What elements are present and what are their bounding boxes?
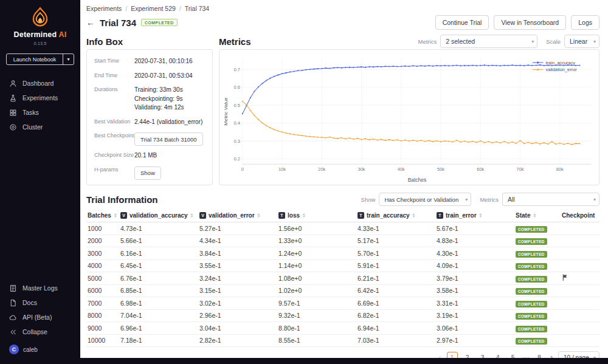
table-cell: 8.80e-1 bbox=[278, 325, 358, 332]
sidebar-item-master-logs[interactable]: Master Logs bbox=[0, 281, 80, 295]
trial-table: Batches▴▾Vvalidation_accuracy▴▾Vvalidati… bbox=[86, 209, 599, 347]
document-icon bbox=[9, 299, 17, 307]
svg-text:80k: 80k bbox=[556, 167, 564, 172]
breadcrumb-separator: / bbox=[125, 5, 127, 12]
page-3-button[interactable]: 3 bbox=[477, 352, 488, 358]
column-validation-accuracy[interactable]: Vvalidation_accuracy▴▾ bbox=[120, 212, 199, 219]
breadcrumb-experiment-529[interactable]: Experiment 529 bbox=[131, 5, 176, 12]
table-cell: 5.66e-1 bbox=[120, 237, 199, 244]
page-4-button[interactable]: 4 bbox=[492, 352, 503, 358]
launch-notebook-button[interactable]: Launch Notebook bbox=[7, 54, 63, 64]
metrics-select[interactable]: 2 selected▾ bbox=[440, 35, 537, 48]
column-train-error[interactable]: Ttrain_error▴▾ bbox=[437, 212, 516, 219]
sidebar-item-label: Experiments bbox=[22, 94, 58, 101]
sidebar-item-dashboard[interactable]: Dashboard bbox=[0, 76, 80, 91]
page-1-button[interactable]: 1 bbox=[447, 352, 458, 358]
table-cell: 9000 bbox=[88, 325, 120, 332]
table-cell: 4.83e-1 bbox=[437, 237, 516, 244]
best-checkpoint-button[interactable]: Trial 734 Batch 31000 bbox=[134, 132, 203, 146]
checkpoint-flag-icon[interactable] bbox=[562, 275, 568, 282]
sidebar: Determined AI 0.13.5 Launch Notebook ▾ D… bbox=[0, 0, 80, 364]
determined-logo-icon bbox=[0, 0, 80, 29]
sidebar-item-tasks[interactable]: Tasks bbox=[0, 105, 80, 120]
sidebar-item-docs[interactable]: Docs bbox=[0, 295, 80, 310]
logs-button[interactable]: Logs bbox=[571, 15, 599, 30]
continue-trial-button[interactable]: Continue Trial bbox=[435, 15, 489, 30]
user-menu[interactable]: C caleb bbox=[0, 339, 80, 364]
svg-text:60k: 60k bbox=[477, 167, 484, 172]
table-cell: 4.33e-1 bbox=[358, 225, 437, 232]
chevron-down-icon: ▾ bbox=[593, 197, 596, 202]
page-5-button[interactable]: 5 bbox=[508, 352, 519, 358]
table-cell: 6.69e-1 bbox=[358, 300, 437, 307]
sort-icon: ▴▾ bbox=[303, 213, 305, 218]
h-params-button[interactable]: Show bbox=[134, 167, 161, 180]
table-cell: 1.24e+0 bbox=[278, 250, 358, 257]
svg-text:10k: 10k bbox=[278, 167, 286, 172]
sidebar-nav-top: DashboardExperimentsTasksCluster bbox=[0, 76, 80, 134]
info-box-heading: Info Box bbox=[86, 36, 123, 47]
table-header-row: Batches▴▾Vvalidation_accuracy▴▾Vvalidati… bbox=[86, 209, 599, 222]
launch-notebook-dropdown[interactable]: ▾ bbox=[63, 54, 74, 64]
info-field-start-time: Start Time2020-07-31, 00:10:16 bbox=[94, 57, 205, 66]
sidebar-item-experiments[interactable]: Experiments bbox=[0, 91, 80, 105]
show-filter-select[interactable]: Has Checkpoint or Validation▾ bbox=[379, 193, 471, 206]
sort-icon: ▴▾ bbox=[191, 213, 193, 218]
svg-text:20k: 20k bbox=[318, 167, 325, 172]
sidebar-item-label: Dashboard bbox=[22, 80, 54, 87]
info-field-value: 20.1 MB bbox=[134, 151, 205, 160]
sidebar-item-api-beta[interactable]: API (Beta) bbox=[0, 310, 80, 325]
page-2-button[interactable]: 2 bbox=[462, 352, 473, 358]
next-page-button[interactable]: › bbox=[549, 353, 554, 358]
scale-select[interactable]: Linear▾ bbox=[564, 35, 599, 48]
table-cell: 5.91e-1 bbox=[358, 262, 437, 269]
view-in-tensorboard-button[interactable]: View in Tensorboard bbox=[494, 15, 566, 30]
sidebar-item-collapse[interactable]: Collapse bbox=[0, 325, 80, 339]
table-cell: 5.27e-1 bbox=[199, 225, 278, 232]
header-actions: Continue TrialView in TensorboardLogs bbox=[435, 15, 599, 30]
status-badge: COMPLETED bbox=[516, 313, 547, 320]
svg-text:train_accuracy: train_accuracy bbox=[546, 60, 576, 65]
breadcrumb-experiments[interactable]: Experiments bbox=[86, 5, 122, 12]
brand-name: Determined AI bbox=[0, 30, 80, 39]
info-field-value: Training: 33m 30sCheckpointing: 9sValida… bbox=[134, 86, 205, 112]
info-field-label: Best Validation bbox=[94, 118, 134, 127]
table-cell: 6.82e-1 bbox=[358, 312, 437, 319]
chevron-down-icon: ▾ bbox=[531, 39, 534, 44]
info-field-value: 2020-07-31, 00:53:04 bbox=[134, 72, 205, 81]
table-cell: 3000 bbox=[88, 250, 120, 257]
scale-select-label: Scale bbox=[546, 38, 561, 45]
info-field-best-checkpoint: Best CheckpointTrial 734 Batch 31000 bbox=[94, 132, 205, 146]
table-cell: 7000 bbox=[88, 300, 120, 307]
prev-page-button[interactable]: ‹ bbox=[438, 353, 443, 358]
sidebar-item-cluster[interactable]: Cluster bbox=[0, 120, 80, 134]
info-field-end-time: End Time2020-07-31, 00:53:04 bbox=[94, 72, 205, 81]
table-cell: 1.56e+0 bbox=[278, 225, 358, 232]
svg-text:0.2: 0.2 bbox=[233, 156, 240, 162]
table-cell: 6000 bbox=[88, 287, 120, 294]
metrics-heading: Metrics bbox=[219, 36, 251, 47]
svg-text:50k: 50k bbox=[437, 167, 444, 172]
sidebar-item-label: Master Logs bbox=[22, 284, 58, 292]
column-validation-error[interactable]: Vvalidation_error▴▾ bbox=[199, 212, 278, 219]
column-state[interactable]: State▴▾ bbox=[516, 212, 562, 219]
back-button[interactable]: ← bbox=[86, 18, 95, 27]
chevron-down-icon: ▾ bbox=[465, 197, 468, 202]
breadcrumb-trial-734[interactable]: Trial 734 bbox=[185, 5, 209, 12]
page-size-select[interactable]: 10 / page▾ bbox=[558, 351, 599, 358]
column-loss[interactable]: Tloss▴▾ bbox=[278, 212, 358, 219]
svg-text:70k: 70k bbox=[517, 167, 524, 172]
pagination: ‹12345•••8›10 / page▾ bbox=[86, 351, 599, 358]
page-8-button[interactable]: 8 bbox=[534, 352, 545, 358]
column-train-accuracy[interactable]: Ttrain_accuracy▴▾ bbox=[358, 212, 437, 219]
column-batches[interactable]: Batches▴▾ bbox=[88, 212, 120, 219]
table-metrics-select[interactable]: All▾ bbox=[502, 193, 599, 206]
info-field-label: Checkpoint Size bbox=[94, 151, 134, 160]
page-title: Trial 734 bbox=[100, 18, 136, 28]
status-badge: COMPLETED bbox=[516, 288, 547, 295]
tasks-grid-icon bbox=[9, 109, 17, 117]
info-field-value: Show bbox=[134, 166, 205, 180]
svg-text:30k: 30k bbox=[358, 167, 365, 172]
table-cell: 5000 bbox=[88, 275, 120, 282]
table-body: 10004.73e-15.27e-11.56e+04.33e-15.67e-1C… bbox=[86, 222, 599, 347]
